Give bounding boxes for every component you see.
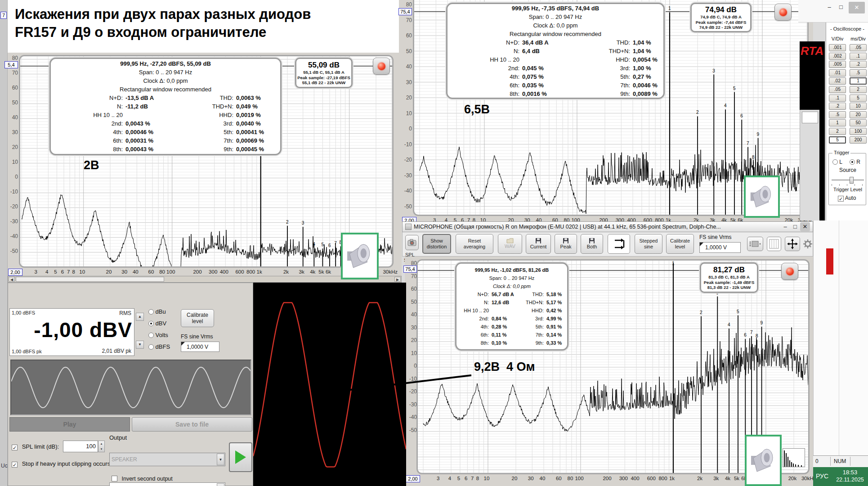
taskbar-clock-time[interactable]: 18:53 — [832, 469, 868, 476]
scroll-right-icon[interactable]: ▶ — [394, 277, 401, 282]
vdiv-button[interactable]: .1 — [829, 94, 846, 102]
record-button[interactable] — [774, 4, 792, 21]
x-axis-label: 1k — [669, 476, 675, 481]
spl-spinner[interactable]: ▲▼ — [98, 441, 105, 452]
output-channel-select[interactable]: L ▼ — [109, 482, 225, 486]
output-device-select[interactable]: SPEAKER ▼ — [109, 453, 225, 466]
msdiv-button[interactable]: .1 — [850, 53, 867, 60]
save-both-button[interactable]: Both — [581, 234, 603, 254]
vdiv-button[interactable]: 1 — [829, 119, 846, 126]
slider-thumb[interactable] — [850, 177, 854, 184]
spectrum3-title-bar[interactable]: MICROPHONE (Общая громкость) R on Микроф… — [402, 221, 813, 232]
maximize-icon[interactable]: □ — [836, 3, 846, 12]
close-icon[interactable]: ✕ — [849, 2, 865, 14]
minimize-icon[interactable]: – — [780, 222, 790, 231]
auto-checkbox[interactable] — [838, 196, 844, 202]
unit-radio-dBV[interactable]: dBV — [148, 320, 166, 327]
meter-spin-up[interactable]: ▲ — [136, 313, 144, 321]
y-axis-label: 20 — [399, 94, 412, 101]
unit-radio-dBu[interactable]: dBu — [148, 308, 166, 315]
spl-limit-checkbox[interactable] — [12, 445, 18, 450]
generator-start-button[interactable] — [229, 442, 252, 472]
vdiv-button[interactable]: .005 — [829, 61, 846, 68]
radio-icon[interactable] — [148, 321, 154, 326]
minimize-icon[interactable]: – — [824, 3, 834, 12]
msdiv-button[interactable]: 10 — [850, 103, 867, 110]
fs-sine-input[interactable]: 1,0000 V — [699, 242, 741, 253]
msdiv-button[interactable]: 200 — [850, 136, 867, 144]
edge-label-top: 7 — [0, 12, 7, 19]
calibrate-level-button[interactable]: Calibrate level — [181, 309, 214, 327]
msdiv-button[interactable]: .05 — [850, 44, 867, 51]
msdiv-button[interactable]: .5 — [850, 69, 867, 76]
fs-sine-input[interactable]: 1,0000 V — [181, 342, 219, 352]
msdiv-button[interactable]: 100 — [850, 128, 867, 135]
record-button[interactable] — [781, 263, 798, 280]
page-title-line2: FR157 и Д9 о входном ограничителе — [15, 23, 311, 41]
speaker-config-button[interactable] — [747, 237, 763, 251]
y-axis-label: 80 — [5, 55, 18, 61]
msdiv-button[interactable]: 50 — [850, 119, 867, 126]
invert-output-checkbox[interactable] — [112, 476, 117, 482]
wav-button[interactable]: WAV — [498, 234, 522, 254]
trigger-left-radio[interactable]: L — [832, 159, 842, 165]
msdiv-button[interactable]: .2 — [850, 61, 867, 68]
show-distortion-button[interactable]: Show distortion — [422, 234, 451, 254]
info-stat-cell: THD+N: — [176, 102, 233, 111]
trigger-level-slider[interactable] — [832, 177, 864, 183]
msdiv-button[interactable]: 20 — [850, 111, 867, 118]
vdiv-button[interactable]: .5 — [829, 111, 846, 118]
x-axis-label: 40 — [133, 269, 139, 274]
ref-level-box: 75,4 — [398, 8, 412, 15]
msdiv-button[interactable]: 2 — [850, 86, 867, 93]
maximize-icon[interactable]: □ — [790, 222, 800, 231]
save-to-file-button[interactable]: Save to file — [132, 417, 252, 432]
meter-mode-label: RMS — [119, 310, 131, 316]
vdiv-button[interactable]: 5 — [829, 136, 846, 144]
info-stat-cell: HHD: — [176, 111, 233, 119]
vdiv-button[interactable]: 2 — [829, 128, 846, 135]
radio-icon[interactable] — [148, 333, 154, 338]
save-current-button[interactable]: Current — [526, 234, 551, 254]
meter-spin-down[interactable]: ▼ — [136, 341, 144, 349]
close-icon[interactable]: ✕ — [800, 222, 810, 231]
info-stat-cell: 12,6 dB — [489, 298, 515, 306]
truerta-scroll-box[interactable] — [802, 112, 818, 123]
stepped-sine-button[interactable]: Stepped sine — [635, 234, 662, 254]
vdiv-button[interactable]: .01 — [829, 69, 846, 76]
x-axis-label: 30kHz — [383, 269, 398, 274]
status-num-lock: NUM — [834, 458, 846, 464]
msdiv-button[interactable]: 5 — [850, 94, 867, 102]
stop-clipping-checkbox[interactable] — [12, 462, 18, 468]
vdiv-button[interactable]: .02 — [829, 77, 846, 85]
play-button[interactable]: Play — [9, 417, 130, 432]
vdiv-button[interactable]: .05 — [829, 86, 846, 93]
radio-icon[interactable] — [148, 309, 154, 315]
vdiv-button[interactable]: .002 — [829, 53, 846, 60]
info-stat-cell: 2nd: — [55, 119, 123, 128]
bars-view-button[interactable] — [767, 237, 781, 251]
settings-button[interactable] — [803, 238, 813, 250]
y-axis-label: 30 — [399, 79, 412, 86]
scroll-thumb[interactable] — [16, 277, 164, 282]
taskbar-clock-date[interactable]: 22.11.2025 — [830, 477, 868, 483]
snapshot-button[interactable] — [405, 235, 419, 250]
record-button[interactable] — [373, 58, 390, 75]
trigger-right-radio[interactable]: R — [850, 159, 860, 165]
reset-averaging-button[interactable]: Reset averaging — [456, 234, 493, 254]
radio-icon[interactable] — [148, 344, 154, 350]
x-axis-label: 6 — [465, 476, 467, 481]
vdiv-button[interactable]: .2 — [829, 103, 846, 110]
scroll-left-icon[interactable]: ◀ — [9, 277, 15, 282]
step-loop-button[interactable] — [608, 234, 630, 254]
calibrate-level-button[interactable]: Calibrate level — [666, 234, 694, 254]
unit-radio-Volts[interactable]: Volts — [148, 332, 168, 338]
spl-limit-field[interactable]: 100 — [63, 441, 98, 452]
vdiv-button[interactable]: .001 — [829, 44, 846, 51]
taskbar-language[interactable]: РУС — [816, 472, 828, 480]
msdiv-button[interactable]: 1 — [850, 77, 867, 85]
save-peak-button[interactable]: Peak — [555, 234, 577, 254]
unit-radio-dBFS[interactable]: dBFS — [148, 343, 170, 350]
info-stat-cell: 1,04 % — [630, 38, 659, 47]
pan-button[interactable] — [785, 237, 800, 251]
